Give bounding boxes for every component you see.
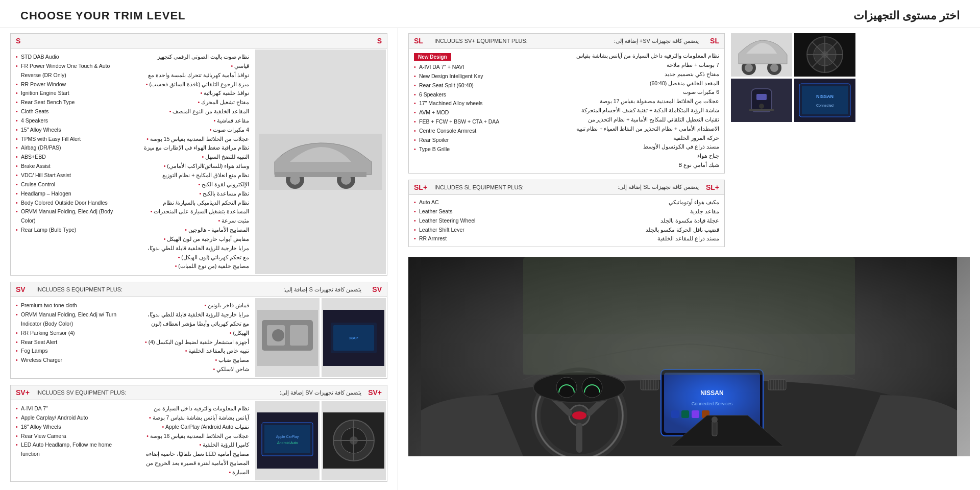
feature-item: Leather Shift Lever xyxy=(414,226,561,235)
feature-item-ar: نظام التحكم الديناميكي بالسيارة/ نظام ال… xyxy=(138,199,250,217)
feature-item: RR Parking Sensor (4) xyxy=(16,329,128,338)
trim-includes-sv-en: INCLUDES S EQUIPMENT PLUS: xyxy=(36,286,283,292)
feature-item: Rear Seat Alert xyxy=(16,338,128,347)
feature-item: Leather Steering Wheel xyxy=(414,216,561,226)
page-container: CHOOSE YOUR TRIM LEVEL اختر مستوى التجهي… xyxy=(0,0,980,490)
svg-rect-41 xyxy=(756,94,767,100)
svg-rect-66 xyxy=(681,410,689,418)
trim-features-list-sv-ar: قماش فاخر بلونين مرايا خارجية للرؤية الخ… xyxy=(138,301,250,374)
feature-item: RR Power Window xyxy=(16,80,128,89)
feature-item-ar: مصابيح ضباب xyxy=(138,356,250,365)
trim-badge-sl-right: SL xyxy=(699,37,719,45)
svg-point-28 xyxy=(745,64,753,72)
slplus-features-ar: مكيف هواء أوتوماتيكي مقاعد جلدية عجلة قي… xyxy=(567,195,724,247)
feature-item: FEB + FCW + BSW + CTA + DAA xyxy=(414,117,561,127)
feature-item: Rear Seat Split (60:40) xyxy=(414,81,561,90)
right-images-row2: NISSAN Connected xyxy=(731,79,970,122)
trim-section-sv: SV INCLUDES S EQUIPMENT PLUS: يتضمن كافة… xyxy=(10,282,387,379)
feature-item: Centre Console Armrest xyxy=(414,127,561,136)
interior-large-image: NISSAN Connected Services xyxy=(408,257,970,456)
feature-item-ar: عجلات من الخلائط المعدنية بقياس 16 بوصة xyxy=(138,432,250,441)
feature-item-ar: وسائد هواء (للسائق/الراكب الأمامي) xyxy=(138,162,250,171)
trim-body-s: STD DAB Audio FR Power Window One Touch … xyxy=(11,48,387,275)
feature-item: 15" Alloy Wheels xyxy=(16,126,128,135)
interior-svg-sv xyxy=(257,310,318,366)
feature-item-ar: مصابيح خلفية (من نوع اللمبات) xyxy=(138,262,250,271)
trim-images-s xyxy=(254,48,387,275)
feature-item: Rear Seat Bench Type xyxy=(16,98,128,107)
feature-item: RR Armrest xyxy=(414,234,561,243)
trim-header-sl: SL INCLUDES SV+ EQUIPMENT PLUS: يتضمن كا… xyxy=(409,34,724,48)
feature-item: FR Power Window One Touch & Auto Reverse… xyxy=(16,62,128,80)
feature-item: Rear View Camera xyxy=(16,432,128,441)
trim-includes-sl-en: INCLUDES SV+ EQUIPMENT PLUS: xyxy=(434,38,614,44)
trim-features-s-en: STD DAB Audio FR Power Window One Touch … xyxy=(11,48,133,275)
trim-includes-slplus-ar: يتضمن كافة تجهيزات SL إضافة إلى: xyxy=(618,184,699,190)
sl-features-list-en: A-IVI DA 7" + NAVI New Design Intelligen… xyxy=(414,63,561,154)
trim-badge-sv-right: SV xyxy=(361,285,382,293)
sl-image-wheel xyxy=(794,33,855,77)
feature-item: Rear Lamp (Bulb Type) xyxy=(16,226,128,235)
trim-section-svplus: SV+ INCLUDES SV EQUIPMENT PLUS: يتضمن كا… xyxy=(10,385,387,482)
page-header: CHOOSE YOUR TRIM LEVEL اختر مستوى التجهي… xyxy=(0,0,980,28)
svg-point-84 xyxy=(712,416,718,423)
feature-item: 6 Speakers xyxy=(414,90,561,100)
svg-text:MAP: MAP xyxy=(349,336,358,340)
sl-features-ar: نظام المعلومات والترفيه داخل السيارة من … xyxy=(567,48,724,173)
feature-item-ar: قماش فاخر بلونين xyxy=(138,301,250,310)
right-images-row1 xyxy=(731,33,970,77)
sl-wheel-svg xyxy=(794,33,855,77)
feature-item: 17" Machined Alloy wheels xyxy=(414,99,561,108)
feature-item-ar: شاحن لاسلكي xyxy=(138,365,250,374)
feature-item-ar: مصابيح أمامية LED تعمل تلقائيًا، خاصية إ… xyxy=(138,450,250,477)
feature-item-ar: عجلات من الخلائط المعدنية مصقولة بقياس 1… xyxy=(572,97,719,106)
feature-item-ar: مفتاح تشغيل المحرك xyxy=(138,98,250,107)
feature-item-ar: المصابيح الأمامية - هالوجين xyxy=(138,226,250,235)
feature-item-ar: قضيب ناقل الحركة مكسو بالجلد xyxy=(572,226,719,235)
trim-section-s: S S STD DAB Audio FR Power Window One To… xyxy=(10,33,387,276)
feature-item: AVM + MOD xyxy=(414,108,561,117)
feature-item: TPMS with Easy Fill Alert xyxy=(16,135,128,144)
feature-item-ar: شبك أمامي نوع B xyxy=(572,161,719,170)
trim-features-svplus-en: A-IVI DA 7" Apple Carplay/ Android Auto … xyxy=(11,400,133,481)
screen-svg-sv: MAP xyxy=(323,310,384,366)
feature-item: ORVM Manual Folding, Elec Adj (Body Colo… xyxy=(16,207,128,226)
feature-item-ar: مسند ذراع للمقاعد الخلفية xyxy=(572,234,719,243)
feature-item: Cruise Control xyxy=(16,180,128,189)
feature-item: Airbag (DR/PAS) xyxy=(16,143,128,153)
trim-includes-slplus-en: INCLUDES SL EQUIPMENT PLUS: xyxy=(434,184,618,190)
sl-key-svg xyxy=(731,79,792,122)
feature-item-ar: نظام مساعدة بالكبح xyxy=(138,189,250,199)
trim-includes-svplus-en: INCLUDES SV EQUIPMENT PLUS: xyxy=(36,389,280,396)
trim-body-svplus: A-IVI DA 7" Apple Carplay/ Android Auto … xyxy=(11,400,387,481)
feature-item: Body Colored Outside Door Handles xyxy=(16,199,128,208)
feature-item-ar: مقاعد قماشية xyxy=(138,116,250,126)
feature-item: New Design Intelligent Key xyxy=(414,72,561,81)
main-layout: S S STD DAB Audio FR Power Window One To… xyxy=(0,28,980,490)
feature-item-ar: نوافذ خلفية كهربائية xyxy=(138,89,250,98)
feature-item-ar: كاميرا للرؤية الخلفية xyxy=(138,440,250,450)
feature-item: Cloth Seats xyxy=(16,107,128,116)
right-top-layout: SL INCLUDES SV+ EQUIPMENT PLUS: يتضمن كا… xyxy=(408,33,970,253)
trim-features-list-sv-en: Premium two tone cloth ORVM Manual Foldi… xyxy=(16,301,128,365)
svg-rect-5 xyxy=(275,172,366,177)
svg-rect-83 xyxy=(712,421,717,436)
sl-section-body: New Design A-IVI DA 7" + NAVI New Design… xyxy=(409,48,724,173)
feature-item-ar: تقنيات Apple CarPlay /Android Auto xyxy=(138,423,250,432)
trim-images-sv: MAP xyxy=(254,297,387,378)
svg-rect-46 xyxy=(802,86,848,114)
trim-badge-slplus-right: SL+ xyxy=(699,183,719,191)
feature-item-ar: أجهزة استشعار خلفية لضبط لون البكسل (4) xyxy=(138,338,250,347)
feature-item-ar: نوافذ أمامية كهربائية تتحرك بلمسة واحدة … xyxy=(138,71,250,89)
feature-item-ar: مثبت سرعة xyxy=(138,216,250,226)
slplus-features-en: Auto AC Leather Seats Leather Steering W… xyxy=(409,195,567,247)
trim-badge-svplus-right: SV+ xyxy=(361,388,382,397)
feature-item: Apple Carplay/ Android Auto xyxy=(16,413,128,423)
feature-item-ar: المقعد الخلفي منفصل (60:40) xyxy=(572,79,719,88)
trim-header-sv: SV INCLUDES S EQUIPMENT PLUS: يتضمن كافة… xyxy=(11,282,387,297)
feature-item-ar: مقابض أبواب خارجية من لون الهيكل xyxy=(138,235,250,244)
svg-rect-67 xyxy=(692,410,699,418)
svg-point-60 xyxy=(582,377,602,398)
trim-includes-svplus-ar: يتضمن كافة تجهيزات SV إضافة إلى: xyxy=(280,389,361,396)
svg-rect-86 xyxy=(523,334,855,375)
